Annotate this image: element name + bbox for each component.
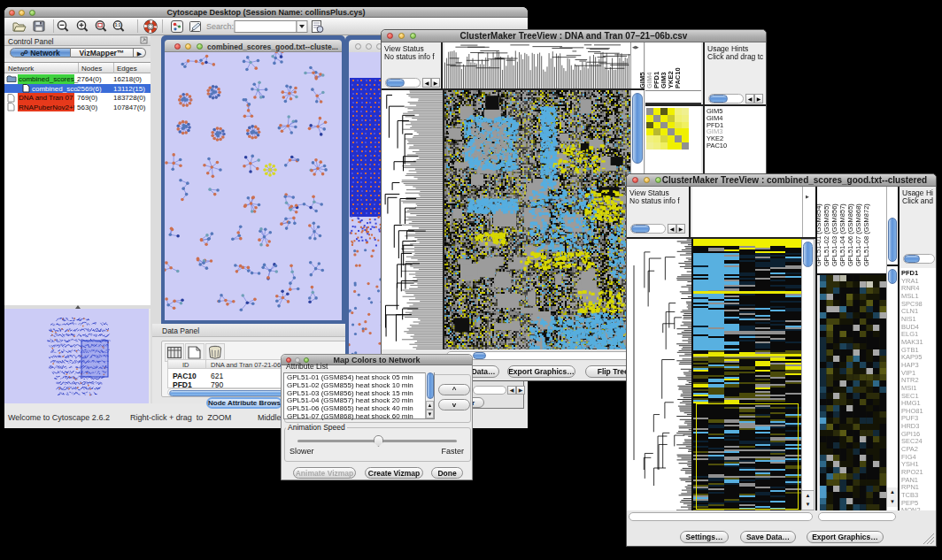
svg-text:1:1: 1:1 [115, 23, 121, 27]
svg-text:Search:: Search: [206, 22, 234, 31]
